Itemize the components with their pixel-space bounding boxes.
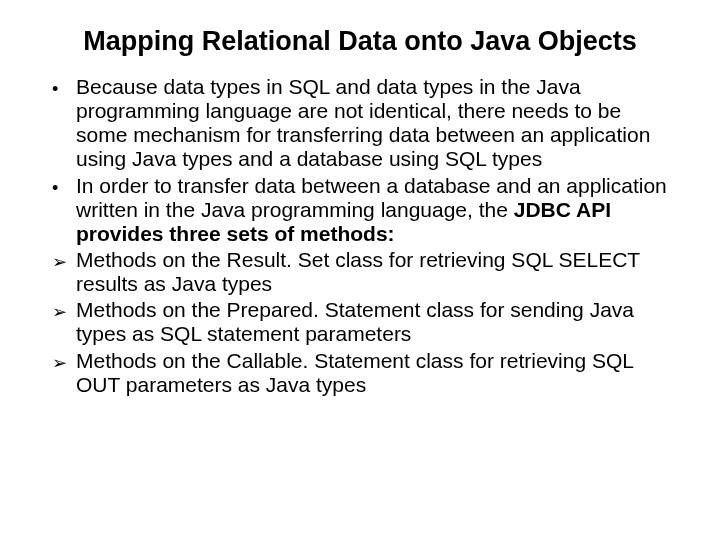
list-item: Methods on the Callable. Statement class…: [48, 349, 672, 397]
list-item-text: Because data types in SQL and data types…: [76, 75, 650, 170]
arrow-icon: [52, 248, 72, 272]
list-item-text: Methods on the Callable. Statement class…: [76, 349, 633, 396]
list-item-text: Methods on the Result. Set class for ret…: [76, 248, 640, 295]
list-item: In order to transfer data between a data…: [48, 174, 672, 246]
bullet-list: Because data types in SQL and data types…: [48, 75, 672, 397]
bullet-dot-icon: [52, 75, 72, 99]
list-item-text: In order to transfer data between a data…: [76, 174, 667, 245]
list-item: Methods on the Result. Set class for ret…: [48, 248, 672, 296]
list-item: Methods on the Prepared. Statement class…: [48, 298, 672, 346]
list-item-text: Methods on the Prepared. Statement class…: [76, 298, 634, 345]
slide: Mapping Relational Data onto Java Object…: [0, 0, 720, 419]
slide-title: Mapping Relational Data onto Java Object…: [48, 26, 672, 57]
arrow-icon: [52, 298, 72, 322]
list-item: Because data types in SQL and data types…: [48, 75, 672, 172]
bullet-dot-icon: [52, 174, 72, 198]
arrow-icon: [52, 349, 72, 373]
